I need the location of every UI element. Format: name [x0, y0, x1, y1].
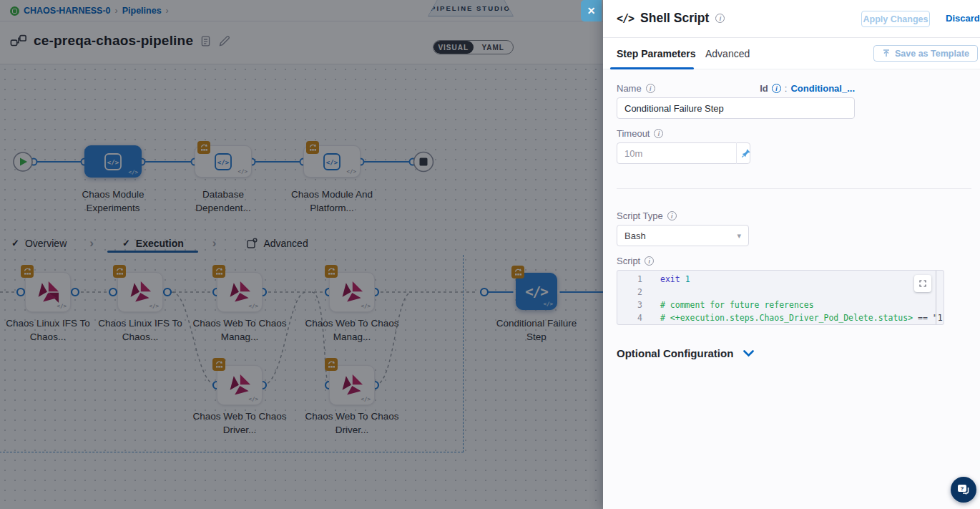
help-chat-button[interactable]: ? — [951, 477, 976, 503]
shell-script-icon: </> — [617, 12, 634, 25]
info-icon[interactable]: i — [772, 84, 781, 93]
close-icon: ✕ — [587, 5, 596, 16]
script-code-editor[interactable]: 1exit 123# comment for future references… — [617, 270, 944, 325]
code-line: 1exit 1 — [617, 273, 944, 286]
apply-changes-button[interactable]: Apply Changes — [861, 11, 930, 27]
save-as-template-button[interactable]: Save as Template — [873, 45, 978, 62]
chat-help-icon: ? — [956, 483, 971, 497]
optional-configuration-toggle[interactable]: Optional Configuration — [617, 347, 754, 359]
info-icon[interactable]: i — [667, 211, 677, 220]
discard-button[interactable]: Discard — [946, 13, 980, 24]
timeout-label: Timeout — [617, 128, 650, 139]
tab-advanced[interactable]: Advanced — [705, 48, 750, 59]
info-icon[interactable]: i — [654, 129, 663, 138]
drawer-title: Shell Script — [640, 11, 709, 26]
drawer-header: </> Shell Script i Apply Changes Discard — [603, 0, 980, 38]
close-drawer-button[interactable]: ✕ — [581, 0, 602, 21]
section-divider — [617, 188, 971, 189]
fullscreen-icon — [918, 279, 927, 288]
svg-text:?: ? — [961, 485, 964, 492]
editor-scrollbar-track — [936, 271, 936, 325]
upload-icon — [882, 49, 891, 58]
id-label: Id — [760, 83, 768, 94]
name-input[interactable] — [617, 97, 855, 119]
info-icon[interactable]: i — [715, 14, 725, 23]
chevron-down-icon: ▾ — [737, 231, 741, 241]
tab-step-parameters[interactable]: Step Parameters — [617, 48, 696, 59]
script-label: Script — [617, 256, 640, 266]
timeout-input[interactable] — [617, 142, 750, 164]
code-line: 2 — [617, 286, 944, 299]
code-line: 4# <+execution.steps.Chaos_Driver_Pod_De… — [617, 311, 944, 324]
fixed-value-pin-button[interactable] — [736, 142, 755, 164]
expand-editor-button[interactable] — [914, 275, 931, 292]
step-parameters-form: Name i Id i : Conditional_... Timeout i … — [603, 69, 980, 509]
step-id-link[interactable]: Conditional_... — [790, 83, 855, 94]
code-line: 3# comment for future references — [617, 299, 944, 311]
drawer-tabs: Step Parameters Advanced Save as Templat… — [603, 38, 980, 69]
script-type-label: Script Type — [617, 210, 663, 221]
info-icon[interactable]: i — [645, 256, 654, 266]
pin-icon — [741, 148, 751, 158]
script-type-select[interactable]: Bash ▾ — [617, 225, 749, 246]
modal-dim-overlay[interactable] — [0, 0, 603, 509]
step-config-drawer: </> Shell Script i Apply Changes Discard… — [603, 0, 980, 509]
chevron-down-icon — [743, 350, 754, 357]
